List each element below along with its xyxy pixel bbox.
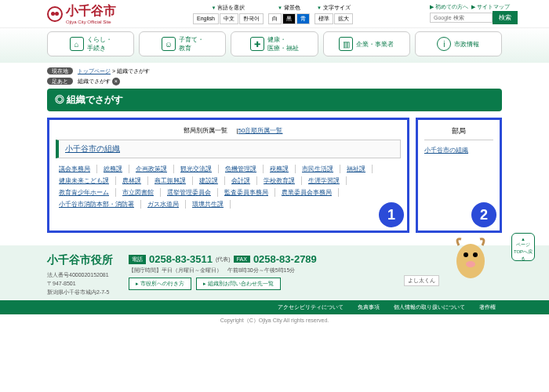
org-link[interactable]: 建設課	[199, 176, 225, 185]
svg-point-9	[473, 252, 478, 257]
side-heading: 部局	[424, 126, 493, 140]
tabs: 部局別所属一覧|50音順所属一覧	[56, 126, 401, 135]
address: 新潟県小千谷市城内2-7-5	[47, 288, 113, 296]
org-link[interactable]: 議会事務局	[59, 165, 97, 173]
display-settings: ▼言語を選択 English 中文 한국어 ▼背景色 白 黒 青 ▼文字サイズ …	[125, 4, 420, 24]
building-icon: ▥	[339, 37, 353, 51]
org-link[interactable]: 市民生活課	[302, 165, 340, 173]
site-name: 小千谷市	[66, 4, 116, 17]
tab-50[interactable]: 50音順所属一覧	[238, 127, 283, 134]
annotation-1: 1	[379, 202, 404, 227]
triangle-icon: ▼	[317, 5, 322, 10]
mascot-icon	[447, 230, 494, 285]
org-link[interactable]: 健康未来こども課	[59, 176, 116, 185]
accessibility-link[interactable]: アクセシビリティについて	[278, 304, 344, 310]
corp-number: 法人番号4000020152081	[47, 270, 113, 279]
org-link[interactable]: 商工振興課	[155, 176, 193, 185]
site-subtitle: Ojiya City Official Site	[66, 20, 116, 24]
lang-en[interactable]: English	[193, 13, 219, 24]
org-link[interactable]: 学校教育課	[264, 176, 302, 185]
mascot-name: よし太くん	[404, 275, 439, 286]
org-link[interactable]: 税務課	[270, 165, 296, 173]
svg-point-10	[466, 261, 475, 267]
page-title: 組織でさがす	[47, 89, 502, 111]
org-link[interactable]: 生涯学習課	[308, 176, 347, 185]
bg-black[interactable]: 黒	[282, 13, 296, 24]
tel-number: 0258-83-3511	[149, 253, 213, 265]
nav-business[interactable]: ▥企業・事業者	[323, 31, 410, 56]
bc-current: 組織でさがす	[117, 68, 150, 74]
site-logo[interactable]: 小千谷市 Ojiya City Official Site	[47, 3, 116, 24]
disclaimer-link[interactable]: 免責事項	[358, 304, 380, 310]
people-icon: ☺	[162, 37, 176, 51]
nav-gov[interactable]: i市政情報	[415, 31, 502, 56]
org-link[interactable]: 市立図書館	[122, 188, 161, 197]
org-link[interactable]: 総務課	[104, 165, 129, 173]
office-hours: 【開庁時間】平日（月曜日～金曜日） 午前8時30分～午後5時15分	[129, 267, 317, 274]
directions-btn[interactable]: ▸ 市役所への行き方	[129, 278, 191, 290]
size-large[interactable]: 拡大	[334, 13, 353, 24]
close-icon[interactable]: ×	[112, 78, 120, 85]
org-link[interactable]: ガス水道局	[147, 200, 186, 209]
here-badge: 現在地	[47, 67, 73, 74]
org-link[interactable]: 福祉課	[347, 165, 373, 173]
main-panel: 部局別所属一覧|50音順所属一覧 小千谷市の組織 議会事務局総務課企画政策課観光…	[47, 118, 409, 233]
fax-number: 0258-83-2789	[253, 253, 317, 265]
org-links: 議会事務局総務課企画政策課観光交流課危機管理課税務課市民生活課福祉課健康未来こど…	[56, 165, 401, 224]
bg-white[interactable]: 白	[268, 13, 282, 24]
bg-blue[interactable]: 青	[296, 13, 310, 24]
annotation-2: 2	[471, 202, 496, 227]
org-link[interactable]: 観光交流課	[180, 165, 219, 173]
sitemap-link[interactable]: サイトマップ	[477, 4, 510, 9]
section-heading[interactable]: 小千谷市の組織	[56, 140, 401, 158]
triangle-icon: ▼	[212, 5, 216, 10]
org-link[interactable]: 教育青少年ホーム	[59, 188, 116, 197]
org-link[interactable]: 小千谷市消防本部・消防署	[59, 200, 141, 209]
nav-child[interactable]: ☺子育て・教育	[139, 31, 226, 56]
contact-list-btn[interactable]: ▸ 組織別お問い合わせ先一覧	[196, 278, 281, 290]
lang-label: 言語を選択	[217, 4, 245, 12]
tab-dept[interactable]: 部局別所属一覧	[174, 125, 237, 136]
copyright-link[interactable]: 著作権	[479, 304, 496, 310]
fax-badge: FAX	[234, 256, 250, 263]
privacy-link[interactable]: 個人情報の取り扱いについて	[394, 304, 465, 310]
org-link[interactable]: 監査委員事務局	[224, 188, 275, 197]
trace-badge: 足あと	[47, 78, 73, 85]
first-time-link[interactable]: 初めての方へ	[435, 4, 468, 9]
bg-label: 背景色	[284, 4, 300, 12]
office-name: 小千谷市役所	[47, 253, 113, 267]
bc-top-link[interactable]: トップページ	[78, 68, 111, 74]
hospital-icon: ✚	[250, 37, 264, 51]
nav-life[interactable]: ⌂くらし・手続き	[47, 31, 134, 56]
to-top-button[interactable]: ▲ページTOPへ戻る	[511, 233, 535, 261]
footer: 小千谷市役所 法人番号4000020152081 〒947-8501 新潟県小千…	[0, 245, 549, 300]
org-link[interactable]: 農業委員会事務局	[282, 188, 339, 197]
nav-health[interactable]: ✚健康・医療・福祉	[231, 31, 318, 56]
size-std[interactable]: 標準	[314, 13, 333, 24]
org-link[interactable]: 危機管理課	[225, 165, 264, 173]
size-label: 文字サイズ	[323, 4, 351, 12]
footer-links: アクセシビリティについて 免責事項 個人情報の取り扱いについて 著作権	[0, 300, 549, 314]
copyright: Copyright（C）Ojiya City All rights reserv…	[0, 314, 549, 327]
org-link[interactable]: 会計課	[231, 176, 257, 185]
svg-point-8	[464, 252, 468, 257]
top-links: ▶初めての方へ ▶サイトマップ	[430, 3, 518, 11]
lang-ko[interactable]: 한국어	[239, 13, 264, 24]
search-input[interactable]	[430, 13, 493, 23]
org-link[interactable]: 環境共生課	[192, 200, 231, 209]
org-link[interactable]: 農林課	[122, 176, 148, 185]
tel-badge: 電話	[129, 255, 146, 264]
side-org-link[interactable]: 小千谷市の組織	[424, 147, 468, 154]
side-panel: 部局 小千谷市の組織 2	[416, 118, 502, 233]
info-icon: i	[437, 37, 451, 51]
header: 小千谷市 Ojiya City Official Site ▼言語を選択 Eng…	[0, 0, 549, 28]
org-link[interactable]: 選挙管理委員会	[167, 188, 218, 197]
lang-zh[interactable]: 中文	[220, 13, 238, 24]
org-link[interactable]: 企画政策課	[136, 165, 174, 173]
zip: 〒947-8501	[47, 279, 113, 288]
logo-mark-icon	[47, 6, 63, 22]
main-content: 現在地 トップページ > 組織でさがす 足あと 組織でさがす × 組織でさがす …	[0, 63, 549, 238]
house-icon: ⌂	[70, 37, 84, 51]
triangle-icon: ▼	[278, 5, 282, 10]
search-button[interactable]: 検索	[493, 11, 518, 24]
